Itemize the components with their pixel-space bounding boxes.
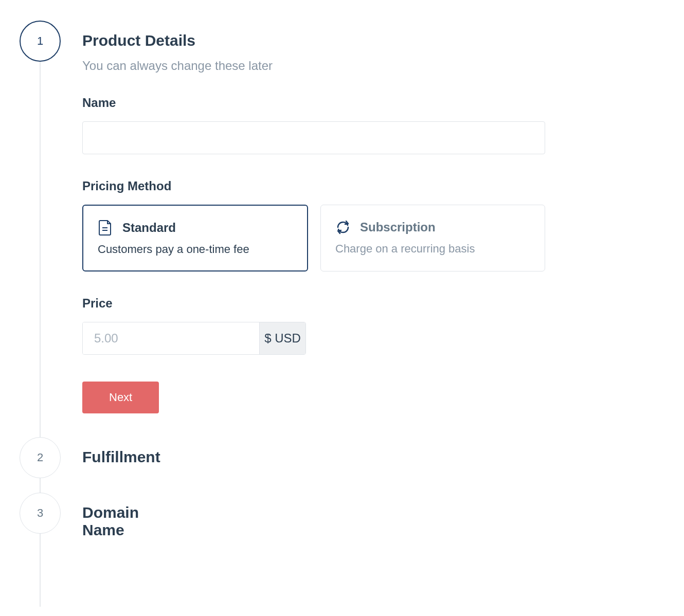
step-3-indicator[interactable]: 3: [20, 493, 61, 534]
pricing-method-label: Pricing Method: [82, 179, 545, 193]
refresh-icon: [335, 220, 351, 235]
step-2-title: Fulfillment: [82, 448, 160, 466]
price-input[interactable]: [83, 322, 259, 354]
step-2-number: 2: [37, 451, 43, 464]
document-icon: [98, 220, 113, 235]
pricing-option-standard[interactable]: Standard Customers pay a one-time fee: [82, 205, 308, 271]
pricing-subscription-title: Subscription: [360, 220, 436, 234]
pricing-option-subscription[interactable]: Subscription Charge on a recurring basis: [320, 205, 545, 271]
step-1-indicator: 1: [20, 21, 61, 62]
step-2-indicator[interactable]: 2: [20, 437, 61, 478]
name-input[interactable]: [82, 121, 545, 154]
name-label: Name: [82, 96, 545, 110]
step-1-subtitle: You can always change these later: [82, 59, 545, 73]
price-currency-suffix: $ USD: [259, 322, 305, 354]
pricing-subscription-description: Charge on a recurring basis: [335, 242, 530, 256]
pricing-standard-description: Customers pay a one-time fee: [98, 243, 293, 256]
step-3-title: Domain Name: [82, 504, 139, 539]
step-3-number: 3: [37, 506, 43, 520]
next-button[interactable]: Next: [82, 382, 159, 413]
step-1-number: 1: [37, 34, 43, 48]
step-1-title: Product Details: [82, 32, 545, 49]
pricing-standard-title: Standard: [122, 221, 176, 235]
price-label: Price: [82, 296, 545, 311]
